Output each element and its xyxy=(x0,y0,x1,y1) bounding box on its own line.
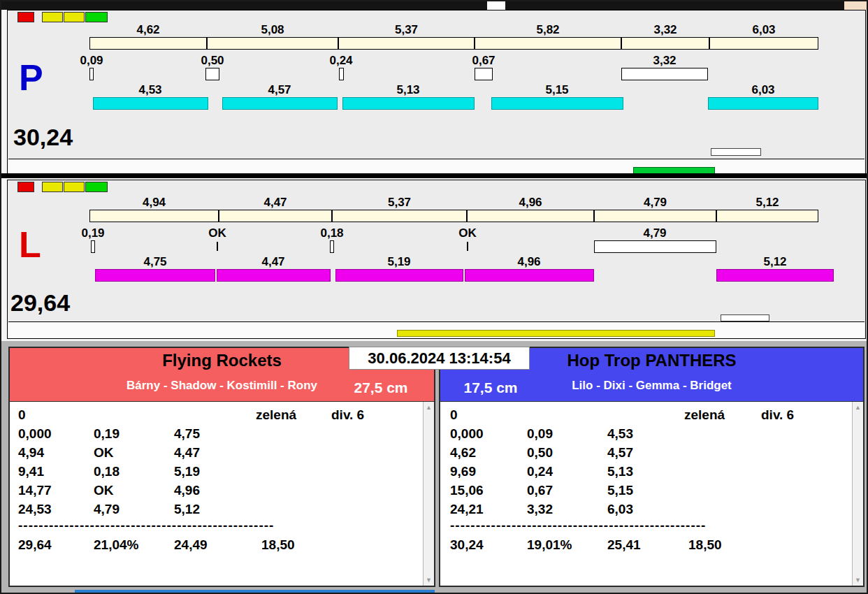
dog-run-bar xyxy=(716,269,834,282)
title-bar-notch xyxy=(487,1,505,10)
dog-run-time-label: 5,13 xyxy=(387,83,429,97)
scroll-down-icon[interactable]: ▼ xyxy=(853,574,863,586)
split-time-bar xyxy=(475,37,621,50)
scroll-down-icon[interactable]: ▼ xyxy=(424,574,434,586)
change-time-box xyxy=(89,68,94,80)
dog-run-bar xyxy=(708,97,818,110)
result-cell: 5,12 xyxy=(174,502,200,517)
dog-run-time-label: 4,53 xyxy=(129,83,171,97)
change-time-label: 0,19 xyxy=(72,226,114,240)
total-time: 29,64 xyxy=(18,537,52,553)
result-cell: 0,000 xyxy=(18,426,52,442)
result-cell: 5,15 xyxy=(607,483,633,498)
dog-run-bar xyxy=(95,269,215,282)
lane-p-bottom-strip xyxy=(8,159,865,174)
result-cell: 15,06 xyxy=(450,483,484,498)
total-reference: 18,50 xyxy=(261,537,295,553)
team-right-results: 0 zelená div. 6 0,000 0,09 4,53 4,62 0,5… xyxy=(440,401,863,586)
split-time-bar xyxy=(89,210,219,222)
lane-l-label: L xyxy=(19,226,41,263)
result-cell: 4,53 xyxy=(607,426,633,442)
result-cell: 4,47 xyxy=(174,445,200,461)
result-cell: 24,21 xyxy=(450,502,484,517)
result-cell: 24,53 xyxy=(18,502,52,517)
division: div. 6 xyxy=(331,407,364,423)
split-time-label: 4,62 xyxy=(89,23,207,37)
title-bar-end-block xyxy=(844,1,868,10)
result-cell: 0,24 xyxy=(527,464,553,479)
change-time-label: 3,32 xyxy=(644,54,686,68)
total-percent: 19,01% xyxy=(527,537,572,553)
panel-divider xyxy=(1,173,868,178)
split-time-label: 5,37 xyxy=(332,196,467,210)
split-time-bar xyxy=(332,210,467,222)
total-reference: 18,50 xyxy=(688,537,722,553)
split-time-label: 4,94 xyxy=(89,196,219,210)
dog-run-bar xyxy=(222,97,338,110)
start-light-green xyxy=(85,182,108,192)
card-color: zelená xyxy=(684,407,725,423)
split-time-label: 4,79 xyxy=(594,196,716,210)
split-time-label: 3,32 xyxy=(621,23,709,37)
lane-p-panel: 4,62 5,08 5,37 5,82 3,32 6,03 0,09 0,50 … xyxy=(7,10,866,175)
lane-p-total-time: 30,24 xyxy=(13,125,73,149)
result-cell: 6,03 xyxy=(607,502,633,517)
change-time-box xyxy=(594,240,716,253)
scrollbar[interactable]: ▲ ▼ xyxy=(423,402,434,586)
jump-height: 17,5 cm xyxy=(447,379,534,396)
dog-run-time-label: 4,47 xyxy=(252,255,294,269)
split-time-label: 5,12 xyxy=(716,196,818,210)
results-separator: ----------------------------------------… xyxy=(450,518,706,533)
total-alt-time: 24,49 xyxy=(174,537,208,553)
result-cell: 3,32 xyxy=(527,502,553,517)
change-time-label: 0,18 xyxy=(311,226,353,240)
start-light-green xyxy=(85,12,108,22)
split-time-bar xyxy=(338,37,475,50)
scrollbar[interactable]: ▲ ▼ xyxy=(852,402,863,586)
split-time-bar xyxy=(709,37,818,50)
jump-height: 27,5 cm xyxy=(338,379,424,396)
split-time-bar xyxy=(89,37,207,50)
result-cell: 4,57 xyxy=(607,445,633,461)
run-number: 0 xyxy=(450,407,458,423)
result-cell: 0,000 xyxy=(450,426,484,442)
split-time-label: 5,82 xyxy=(475,23,621,37)
change-time-label: 4,79 xyxy=(634,226,676,240)
result-cell: 4,96 xyxy=(174,483,200,498)
result-cell: 0,09 xyxy=(527,426,553,442)
result-cell: 5,13 xyxy=(607,464,633,479)
start-light-yellow-1 xyxy=(42,12,63,22)
card-color: zelená xyxy=(256,407,296,423)
result-cell: OK xyxy=(94,445,114,461)
change-time-box xyxy=(205,68,219,80)
team-left-results: 0 zelená div. 6 0,000 0,19 4,75 4,94 OK … xyxy=(10,401,434,586)
dog-run-bar xyxy=(335,269,463,282)
change-time-label: OK xyxy=(196,226,238,240)
change-time-box xyxy=(330,240,334,253)
result-cell: 0,50 xyxy=(527,445,553,461)
split-time-label: 5,37 xyxy=(338,23,475,37)
team-right-panel: Hop Trop PANTHERS Lilo - Dixi - Gemma - … xyxy=(439,347,865,587)
split-time-bar xyxy=(207,37,338,50)
result-cell: 14,77 xyxy=(18,483,52,498)
division: div. 6 xyxy=(761,407,794,423)
result-cell: 5,19 xyxy=(174,464,200,479)
dog-run-time-label: 5,12 xyxy=(754,255,796,269)
result-cell: 0,19 xyxy=(94,426,120,442)
scroll-up-icon[interactable]: ▲ xyxy=(424,402,434,413)
scroll-up-icon[interactable]: ▲ xyxy=(853,402,863,413)
change-time-label: 0,67 xyxy=(463,54,505,68)
timing-app-window: 4,62 5,08 5,37 5,82 3,32 6,03 0,09 0,50 … xyxy=(0,0,868,594)
start-light-yellow-2 xyxy=(64,12,85,22)
change-ok-tick xyxy=(217,242,218,251)
change-time-label: 0,24 xyxy=(320,54,362,68)
results-separator: ----------------------------------------… xyxy=(18,518,274,533)
start-light-yellow-1 xyxy=(42,182,63,192)
title-bar xyxy=(1,1,868,10)
result-cell: 0,67 xyxy=(527,483,553,498)
change-time-box xyxy=(339,68,344,80)
dog-run-bar xyxy=(93,97,208,110)
start-light-red xyxy=(17,12,34,22)
dog-run-bar xyxy=(491,97,623,110)
result-cell: OK xyxy=(94,483,114,498)
